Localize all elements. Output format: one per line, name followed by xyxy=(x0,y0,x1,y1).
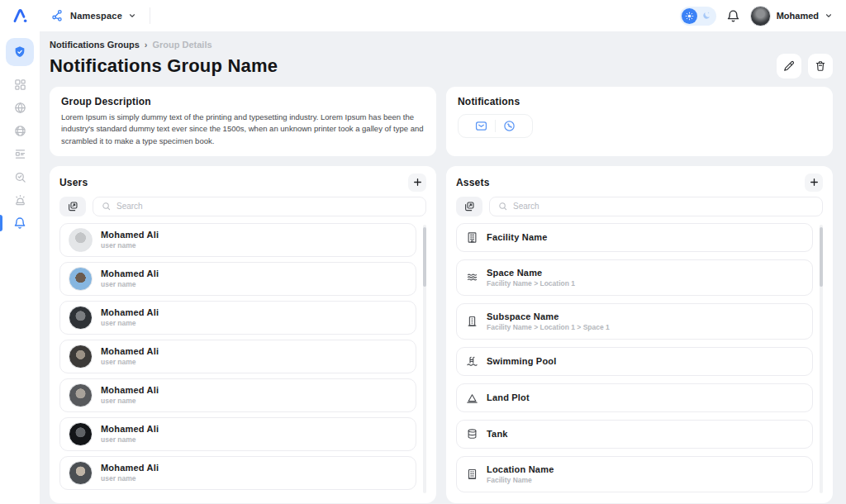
user-avatar xyxy=(69,422,93,446)
user-name: Mohamed Ali xyxy=(101,230,159,240)
assets-list: Facility Name Space Name Facility Name >… xyxy=(456,223,823,495)
group-description-card: Group Description Lorem Ipsum is simply … xyxy=(50,87,436,156)
moon-icon xyxy=(701,11,711,21)
asset-row[interactable]: Facility Name xyxy=(456,223,813,252)
asset-name: Space Name xyxy=(487,268,575,278)
multi-select-button[interactable] xyxy=(456,197,482,216)
sidebar-item[interactable] xyxy=(0,212,40,235)
dashboard-grid-icon xyxy=(14,78,26,91)
asset-row[interactable]: Swimming Pool xyxy=(456,347,813,376)
asset-name: Swimming Pool xyxy=(487,356,557,366)
sidebar-item[interactable] xyxy=(0,38,40,66)
namespace-selector[interactable]: Namespace xyxy=(51,9,136,22)
user-role: user name xyxy=(101,241,159,250)
user-name: Mohamed Ali xyxy=(101,463,159,473)
users-search-input[interactable] xyxy=(116,202,417,211)
asset-row[interactable]: Subspace Name Facility Name > Location 1… xyxy=(456,303,813,340)
sidebar xyxy=(0,31,40,504)
page-actions xyxy=(777,54,833,78)
edit-icon xyxy=(783,60,795,72)
globe-icon xyxy=(14,102,26,114)
user-row[interactable]: Mohamed Ali user name xyxy=(59,301,416,335)
whatsapp-icon xyxy=(503,120,516,132)
action-button[interactable] xyxy=(808,54,833,78)
user-row[interactable]: Mohamed Ali user name xyxy=(59,262,416,296)
breadcrumb-parent[interactable]: Notifications Groups xyxy=(50,40,140,50)
user-role: user name xyxy=(101,319,159,327)
plus-icon xyxy=(412,177,423,188)
asset-row[interactable]: Tank xyxy=(456,420,813,449)
search-icon xyxy=(102,202,111,211)
app-logo[interactable] xyxy=(0,7,40,25)
assets-scrollbar-thumb[interactable] xyxy=(820,227,823,287)
assets-panel-title: Assets xyxy=(456,177,490,188)
user-row[interactable]: Mohamed Ali user name xyxy=(59,223,416,257)
asset-path: Facility Name > Location 1 > Space 1 xyxy=(487,323,610,331)
form-list-icon xyxy=(14,148,26,160)
assets-search-input[interactable] xyxy=(513,202,814,211)
space-icon xyxy=(466,271,478,283)
notification-channels xyxy=(458,114,533,138)
sun-icon xyxy=(685,12,694,21)
main-content: Notifications Groups › Group Details Not… xyxy=(40,31,846,504)
channel[interactable] xyxy=(468,120,495,132)
user-avatar xyxy=(69,267,93,291)
sidebar-item[interactable] xyxy=(0,119,40,142)
user-row[interactable]: Mohamed Ali user name xyxy=(59,378,416,412)
land-icon xyxy=(466,392,478,404)
user-avatar xyxy=(69,383,93,407)
chevron-down-icon xyxy=(825,12,833,20)
location-icon xyxy=(466,468,478,480)
asset-name: Tank xyxy=(487,429,508,439)
user-role: user name xyxy=(101,435,159,444)
description-body: Lorem Ipsum is simply dummy text of the … xyxy=(61,112,425,147)
sidebar-item[interactable] xyxy=(0,96,40,119)
theme-toggle xyxy=(680,7,716,26)
asset-path: Facility Name > Location 1 xyxy=(487,279,575,288)
sidebar-item[interactable] xyxy=(0,188,40,212)
user-name: Mohamed Ali xyxy=(101,346,159,356)
user-name: Mohamed Ali xyxy=(101,424,159,434)
add-user-button[interactable] xyxy=(408,174,426,192)
user-name: Mohamed Ali xyxy=(101,269,159,278)
dark-mode-button[interactable] xyxy=(699,8,715,24)
asset-row[interactable]: Location Name Facility Name xyxy=(456,456,813,492)
user-name: Mohamed Ali xyxy=(101,385,159,395)
asset-row[interactable]: Space Name Facility Name > Location 1 xyxy=(456,259,813,296)
multi-select-icon xyxy=(67,201,78,212)
assets-scrollbar xyxy=(820,225,823,493)
users-scrollbar-thumb[interactable] xyxy=(423,227,426,287)
plus-icon xyxy=(809,177,820,188)
asset-row[interactable]: Land Plot xyxy=(456,383,813,412)
multi-select-button[interactable] xyxy=(59,197,86,216)
tank-icon xyxy=(466,428,478,440)
delete-icon xyxy=(815,60,826,72)
multi-select-icon xyxy=(463,201,475,212)
notifications-bell-button[interactable] xyxy=(726,9,740,23)
users-list: Mohamed Ali user name Mohamed Ali user n… xyxy=(59,223,426,495)
user-row[interactable]: Mohamed Ali user name xyxy=(59,340,416,373)
world-icon xyxy=(14,125,26,137)
light-mode-button[interactable] xyxy=(682,8,697,24)
sidebar-item[interactable] xyxy=(0,165,40,188)
notification-bell-icon xyxy=(13,216,26,230)
add-asset-button[interactable] xyxy=(805,174,823,192)
user-menu[interactable]: Mohamed xyxy=(750,6,833,26)
sidebar-item[interactable] xyxy=(0,73,40,96)
facility-icon xyxy=(466,231,478,244)
user-row[interactable]: Mohamed Ali user name xyxy=(59,417,416,451)
assets-search xyxy=(489,197,823,216)
notifications-card: Notifications xyxy=(446,87,833,156)
asset-name: Location Name xyxy=(487,464,554,474)
user-role: user name xyxy=(101,280,159,288)
user-row[interactable]: Mohamed Ali user name xyxy=(59,456,416,490)
breadcrumb: Notifications Groups › Group Details xyxy=(50,40,833,50)
users-search xyxy=(93,197,426,216)
channel[interactable] xyxy=(495,120,523,132)
page-title: Notifications Group Name xyxy=(50,55,278,77)
breadcrumb-separator: › xyxy=(145,40,148,50)
search-check-icon xyxy=(14,171,26,183)
action-button[interactable] xyxy=(777,54,801,78)
sidebar-item[interactable] xyxy=(0,142,40,165)
user-avatar xyxy=(69,345,93,368)
